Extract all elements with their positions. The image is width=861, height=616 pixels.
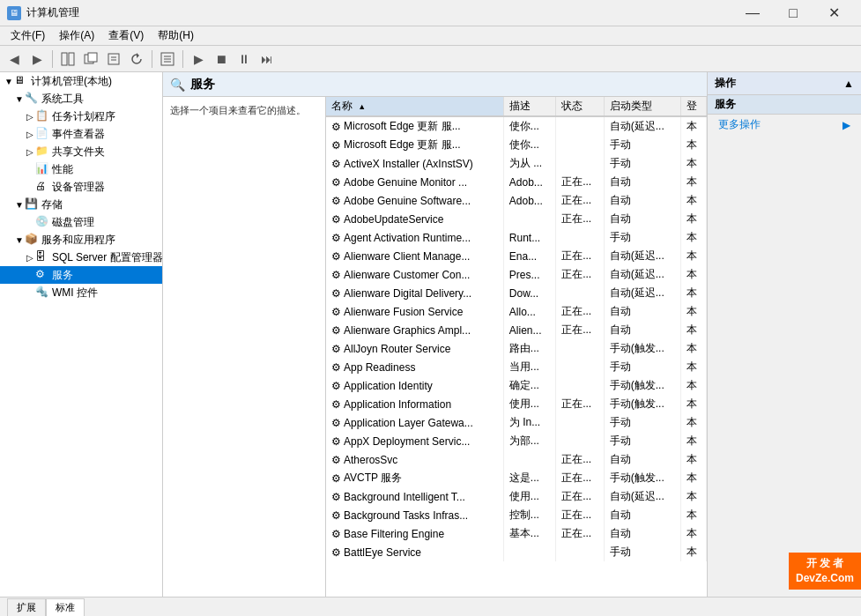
show-hide-console-tree[interactable] — [57, 48, 78, 70]
toolbar-separator-3 — [182, 50, 183, 68]
tree-wmi[interactable]: 🔩 WMI 控件 — [0, 284, 162, 301]
cell-desc: 使用... — [503, 487, 555, 506]
table-row[interactable]: ⚙Microsoft Edge 更新 服... 使你... 手动 本 — [326, 136, 707, 154]
col-desc[interactable]: 描述 — [503, 97, 555, 116]
cell-start-type: 手动(触发... — [604, 395, 680, 413]
cell-login: 本 — [680, 358, 706, 376]
tree-performance[interactable]: 📊 性能 — [0, 160, 162, 178]
cell-status: 正在... — [556, 506, 605, 524]
tab-standard[interactable]: 标准 — [46, 598, 85, 616]
start-service[interactable]: ▶ — [188, 48, 209, 70]
table-row[interactable]: ⚙Adobe Genuine Software... Adob... 正在...… — [326, 191, 707, 210]
tree-svc-label: 服务 — [52, 268, 73, 283]
service-gear-icon: ⚙ — [331, 509, 341, 522]
resume-service[interactable]: ⏭ — [256, 48, 278, 70]
close-button[interactable]: ✕ — [813, 0, 854, 26]
cell-name: ⚙Base Filtering Engine — [326, 524, 503, 543]
svg-rect-0 — [62, 53, 67, 65]
forward-button[interactable]: ▶ — [26, 48, 48, 70]
services-apps-icon: 📦 — [25, 233, 39, 247]
table-row[interactable]: ⚙Application Layer Gatewa... 为 In... 手动 … — [326, 413, 707, 432]
tree-root-label: 计算机管理(本地) — [31, 74, 112, 89]
tree-device-manager[interactable]: 🖨 设备管理器 — [0, 178, 162, 196]
watermark: 开 发 者 DevZe.Com — [789, 553, 861, 590]
service-gear-icon: ⚙ — [331, 121, 341, 133]
table-row[interactable]: ⚙Base Filtering Engine 基本... 正在... 自动 本 — [326, 524, 707, 543]
service-gear-icon: ⚙ — [331, 361, 341, 374]
tree-sql-server[interactable]: ▷ 🗄 SQL Server 配置管理器 — [0, 249, 162, 266]
tree-event-viewer[interactable]: ▷ 📄 事件查看器 — [0, 125, 162, 143]
table-row[interactable]: ⚙Alienware Fusion Service Allo... 正在... … — [326, 302, 707, 321]
cell-name: ⚙Alienware Customer Con... — [326, 265, 503, 284]
table-row[interactable]: ⚙Microsoft Edge 更新 服... 使你... 自动(延迟... 本 — [326, 116, 707, 136]
cell-login: 本 — [680, 265, 706, 284]
menu-file[interactable]: 文件(F) — [4, 26, 52, 45]
tree-services-apps[interactable]: ▼ 📦 服务和应用程序 — [0, 231, 162, 249]
col-login[interactable]: 登 — [680, 97, 706, 116]
col-status[interactable]: 状态 — [556, 97, 605, 116]
cell-login: 本 — [680, 450, 706, 469]
cell-start-type: 手动(触发... — [604, 376, 680, 395]
cell-start-type: 自动 — [604, 506, 680, 524]
table-row[interactable]: ⚙Alienware Client Manage... Ena... 正在...… — [326, 247, 707, 265]
stop-service[interactable]: ⏹ — [211, 48, 232, 70]
table-row[interactable]: ⚙Background Intelligent T... 使用... 正在...… — [326, 487, 707, 506]
col-name[interactable]: 名称 ▲ — [326, 97, 503, 116]
table-row[interactable]: ⚙AtherosSvc 正在... 自动 本 — [326, 450, 707, 469]
cell-status: 正在... — [556, 210, 605, 228]
tree-storage[interactable]: ▼ 💾 存储 — [0, 196, 162, 213]
tree-shared-folders[interactable]: ▷ 📁 共享文件夹 — [0, 143, 162, 160]
cell-desc: Pres... — [503, 265, 555, 284]
minimize-button[interactable]: — — [732, 0, 773, 26]
tree-services[interactable]: ⚙ 服务 — [0, 266, 162, 284]
table-row[interactable]: ⚙Adobe Genuine Monitor ... Adob... 正在...… — [326, 173, 707, 191]
table-row[interactable]: ⚙Agent Activation Runtime... Runt... 手动 … — [326, 228, 707, 247]
table-row[interactable]: ⚙App Readiness 当用... 手动 本 — [326, 358, 707, 376]
table-row[interactable]: ⚙AVCTP 服务 这是... 正在... 手动(触发... 本 — [326, 469, 707, 487]
tree-system-tools[interactable]: ▼ 🔧 系统工具 — [0, 90, 162, 108]
table-row[interactable]: ⚙Alienware Customer Con... Pres... 正在...… — [326, 265, 707, 284]
tree-root[interactable]: ▼ 🖥 计算机管理(本地) — [0, 72, 162, 90]
table-row[interactable]: ⚙ActiveX Installer (AxInstSV) 为从 ... 手动 … — [326, 154, 707, 173]
tree-disk-manager[interactable]: 💿 磁盘管理 — [0, 213, 162, 231]
cell-status: 正在... — [556, 321, 605, 339]
tree-task-scheduler[interactable]: ▷ 📋 任务计划程序 — [0, 108, 162, 125]
export-list[interactable] — [157, 48, 178, 70]
menu-help[interactable]: 帮助(H) — [151, 26, 201, 45]
table-row[interactable]: ⚙Application Identity 确定... 手动(触发... 本 — [326, 376, 707, 395]
service-gear-icon: ⚙ — [331, 491, 341, 503]
cell-name: ⚙Alienware Fusion Service — [326, 302, 503, 321]
pause-service[interactable]: ⏸ — [234, 48, 255, 70]
table-row[interactable]: ⚙AdobeUpdateService 正在... 自动 本 — [326, 210, 707, 228]
cell-desc: 为从 ... — [503, 154, 555, 173]
table-row[interactable]: ⚙BattlEye Service 手动 本 — [326, 543, 707, 561]
back-button[interactable]: ◀ — [4, 48, 25, 70]
cell-start-type: 手动 — [604, 432, 680, 450]
new-window-button[interactable] — [80, 48, 101, 70]
cell-login: 本 — [680, 284, 706, 302]
cell-desc: Dow... — [503, 284, 555, 302]
tab-expand[interactable]: 扩展 — [7, 598, 46, 616]
col-start-type[interactable]: 启动类型 — [604, 97, 680, 116]
more-actions-item[interactable]: 更多操作 ▶ — [708, 115, 861, 135]
cell-login: 本 — [680, 469, 706, 487]
table-row[interactable]: ⚙Alienware Graphics Ampl... Alien... 正在.… — [326, 321, 707, 339]
services-table-area[interactable]: 名称 ▲ 描述 状态 启动类型 登 ⚙Microsoft Edge 更新 服..… — [326, 97, 707, 597]
svg-rect-1 — [69, 53, 74, 65]
tree-sql-label: SQL Server 配置管理器 — [52, 250, 163, 265]
perf-icon: 📊 — [35, 162, 49, 176]
maximize-button[interactable]: □ — [773, 0, 813, 26]
menu-action[interactable]: 操作(A) — [52, 26, 101, 45]
table-row[interactable]: ⚙Background Tasks Infras... 控制... 正在... … — [326, 506, 707, 524]
table-row[interactable]: ⚙AllJoyn Router Service 路由... 手动(触发... 本 — [326, 339, 707, 358]
table-row[interactable]: ⚙Application Information 使用... 正在... 手动(… — [326, 395, 707, 413]
cell-start-type: 自动(延迟... — [604, 284, 680, 302]
menu-view[interactable]: 查看(V) — [101, 26, 151, 45]
tree-arrow-storage: ▼ — [14, 200, 25, 210]
table-row[interactable]: ⚙AppX Deployment Servic... 为部... 手动 本 — [326, 432, 707, 450]
cell-status: 正在... — [556, 395, 605, 413]
table-row[interactable]: ⚙Alienware Digital Delivery... Dow... 自动… — [326, 284, 707, 302]
tree-wmi-label: WMI 控件 — [52, 286, 98, 301]
refresh-button[interactable] — [126, 48, 147, 70]
view-properties[interactable] — [103, 48, 124, 70]
